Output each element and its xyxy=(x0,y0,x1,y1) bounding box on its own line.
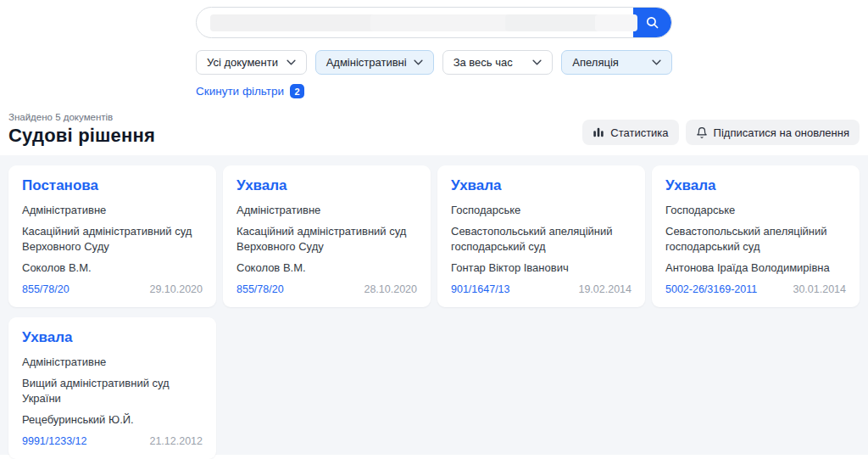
chevron-down-icon xyxy=(407,59,423,65)
statistics-label: Статистика xyxy=(610,126,668,139)
decision-type-link[interactable]: Постанова xyxy=(22,177,203,194)
redacted-query-blur xyxy=(210,14,380,31)
card-footer: 901/1647/13 19.02.2014 xyxy=(451,283,632,295)
filter-label: Адміністративні xyxy=(326,56,407,69)
card-footer: 5002-26/3169-2011 30.01.2014 xyxy=(665,283,846,295)
filter-label: Усі документи xyxy=(207,56,278,69)
results-header: Знайдено 5 документів Судові рішення Ста… xyxy=(0,112,868,147)
redacted-query-blur xyxy=(595,14,637,31)
case-category: Адміністративне xyxy=(22,203,203,217)
bar-chart-icon xyxy=(593,126,604,138)
case-number-link[interactable]: 901/1647/13 xyxy=(451,283,510,295)
redacted-query-blur xyxy=(505,14,607,31)
decision-type-link[interactable]: Ухвала xyxy=(665,177,846,194)
results-count-text: Знайдено 5 документів xyxy=(8,112,155,122)
decision-date: 21.12.2012 xyxy=(149,435,203,447)
case-number-link[interactable]: 5002-26/3169-2011 xyxy=(665,283,757,295)
judge-name: Соколов В.М. xyxy=(22,260,203,275)
card-footer: 855/78/20 28.10.2020 xyxy=(236,283,417,295)
reset-filters-row: Скинути фільтри 2 xyxy=(196,84,672,98)
case-number-link[interactable]: 9991/1233/12 xyxy=(22,435,86,447)
filter-dropdown[interactable]: За весь час xyxy=(442,50,554,75)
decision-date: 30.01.2014 xyxy=(793,283,846,295)
decision-card[interactable]: Ухвала Господарське Севастопольський апе… xyxy=(437,165,645,307)
decision-card[interactable]: Ухвала Адміністративне Вищий адміністрат… xyxy=(8,317,216,459)
card-footer: 855/78/20 29.10.2020 xyxy=(22,283,203,295)
case-category: Господарське xyxy=(451,203,632,217)
search-icon xyxy=(645,15,659,30)
case-number-link[interactable]: 855/78/20 xyxy=(22,283,70,295)
filter-dropdown[interactable]: Апеляція xyxy=(561,50,672,75)
filter-dropdown[interactable]: Усі документи xyxy=(196,50,307,75)
decision-card[interactable]: Ухвала Адміністративне Касаційний адміні… xyxy=(223,165,431,307)
search-bar xyxy=(196,7,672,38)
chevron-down-icon xyxy=(526,59,542,65)
court-name: Касаційний адміністративний суд Верховно… xyxy=(236,224,417,254)
judge-name: Соколов В.М. xyxy=(236,260,417,275)
filters-row: Усі документи Адміністративні За весь ча… xyxy=(196,50,672,75)
card-footer: 9991/1233/12 21.12.2012 xyxy=(22,435,203,447)
court-name: Вищий адміністративний суд України xyxy=(22,376,203,406)
cards-grid: Постанова Адміністративне Касаційний адм… xyxy=(8,165,860,459)
statistics-button[interactable]: Статистика xyxy=(582,120,678,145)
court-name: Севастопольський апеляційний господарськ… xyxy=(451,224,632,254)
decision-type-link[interactable]: Ухвала xyxy=(236,177,417,194)
case-category: Господарське xyxy=(665,203,846,217)
chevron-down-icon xyxy=(645,59,661,65)
search-input-area xyxy=(197,8,633,37)
decision-type-link[interactable]: Ухвала xyxy=(451,177,632,194)
chevron-down-icon xyxy=(280,59,296,65)
results-title-block: Знайдено 5 документів Судові рішення xyxy=(8,112,155,147)
bell-icon xyxy=(696,126,708,139)
results-section: Постанова Адміністративне Касаційний адм… xyxy=(0,155,868,455)
filter-label: Апеляція xyxy=(572,56,619,69)
court-name: Севастопольський апеляційний господарськ… xyxy=(665,224,846,254)
search-button[interactable] xyxy=(633,8,671,37)
subscribe-label: Підписатися на оновлення xyxy=(714,126,849,139)
filter-label: За весь час xyxy=(453,56,513,69)
judge-name: Гонтар Віктор Іванович xyxy=(451,260,632,275)
decision-card[interactable]: Ухвала Господарське Севастопольський апе… xyxy=(652,165,860,307)
reset-filters-link[interactable]: Скинути фільтри xyxy=(196,85,284,98)
case-category: Адміністративне xyxy=(236,203,417,217)
judge-name: Антонова Іраїда Володимирівна xyxy=(665,260,846,275)
decision-date: 28.10.2020 xyxy=(364,283,417,295)
case-category: Адміністративне xyxy=(22,355,203,369)
header-actions: Статистика Підписатися на оновлення xyxy=(582,120,860,147)
subscribe-button[interactable]: Підписатися на оновлення xyxy=(686,120,860,145)
redacted-query-blur xyxy=(370,14,515,31)
court-name: Касаційний адміністративний суд Верховно… xyxy=(22,224,203,254)
decision-date: 29.10.2020 xyxy=(149,283,203,295)
page-title: Судові рішення xyxy=(8,125,155,147)
active-filters-count-badge: 2 xyxy=(290,84,304,98)
filter-dropdown[interactable]: Адміністративні xyxy=(315,50,434,75)
case-number-link[interactable]: 855/78/20 xyxy=(236,283,284,295)
decision-type-link[interactable]: Ухвала xyxy=(22,329,203,346)
judge-name: Рецебуринський Ю.Й. xyxy=(22,412,203,427)
decision-card[interactable]: Постанова Адміністративне Касаційний адм… xyxy=(8,165,216,307)
decision-date: 19.02.2014 xyxy=(578,283,632,295)
search-area: Усі документи Адміністративні За весь ча… xyxy=(196,7,672,98)
